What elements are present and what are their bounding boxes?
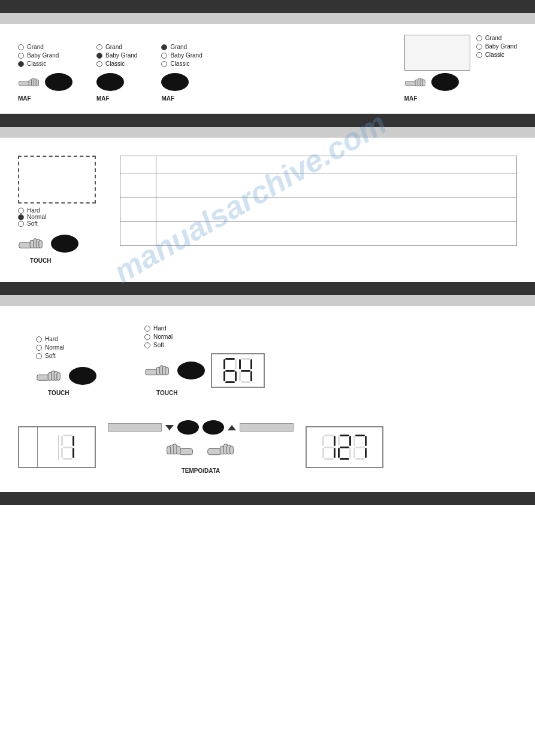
arrow-up-icon xyxy=(228,425,236,430)
maf-button-row-1 xyxy=(18,73,72,91)
radio-normal-t2g2: Normal xyxy=(144,333,173,340)
radio-group-3: Grand Baby Grand Classic xyxy=(161,44,202,67)
digit-4 xyxy=(239,358,252,383)
seg-1l-bot xyxy=(63,458,72,460)
tempo-button-left[interactable] xyxy=(177,420,199,435)
tempo-arrow-up xyxy=(228,425,236,430)
tempo-arrows-row xyxy=(108,420,294,435)
radio-group-1: Grand Baby Grand Classic xyxy=(18,44,59,67)
svg-rect-24 xyxy=(165,368,169,375)
seg-2r-bot xyxy=(340,458,349,460)
table-cell-3-2 xyxy=(156,198,517,222)
seg-6-mid xyxy=(225,370,235,372)
digit-2-r xyxy=(338,435,351,460)
maf-group-1: Grand Baby Grand Classic xyxy=(18,44,72,102)
radio-soft-t2g1: Soft xyxy=(36,353,64,359)
seg-1r-br xyxy=(334,448,335,458)
table-cell-1-2 xyxy=(156,156,517,174)
radio-grand-2: Grand xyxy=(96,44,137,50)
maf-button-row-3 xyxy=(161,73,189,91)
seg-7r-bl xyxy=(353,448,355,458)
radio-grand-4: Grand xyxy=(476,35,517,41)
digit-display-64 xyxy=(211,353,265,388)
maf-button-3[interactable] xyxy=(161,73,189,91)
radio-circle-grand-1 xyxy=(18,44,24,50)
seg-4-tl xyxy=(239,359,241,369)
touch2-button2[interactable] xyxy=(177,362,205,379)
hand-icon-4 xyxy=(404,73,431,91)
touch2-button-display-row xyxy=(144,353,265,388)
seg-1r-mid xyxy=(324,447,334,448)
touch-section: Hard Normal Soft xyxy=(0,150,535,270)
maf-section: Grand Baby Grand Classic xyxy=(0,24,535,108)
seg-6-top xyxy=(225,358,235,360)
radio-grand-3: Grand xyxy=(161,44,202,50)
radio-circle-classic-3 xyxy=(161,61,167,67)
radio-babygrand-3: Baby Grand xyxy=(161,52,202,59)
seg-4-bot xyxy=(241,381,250,383)
radio-circle-babygrand-3 xyxy=(161,53,167,59)
digit-1-l xyxy=(61,435,74,460)
maf-label-3: MAF xyxy=(161,95,174,102)
svg-rect-10 xyxy=(19,242,31,248)
seg-4-tr xyxy=(250,359,252,369)
touch2-radio-group1: Hard Normal Soft xyxy=(36,336,64,359)
touch-label: TOUCH xyxy=(18,257,51,264)
touch-hand-icon xyxy=(18,232,51,256)
radio-classic-1: Classic xyxy=(18,60,59,67)
touch2-label2: TOUCH xyxy=(144,390,177,396)
seg-4-br xyxy=(250,371,252,381)
svg-rect-4 xyxy=(36,80,39,86)
tempo-button-right[interactable] xyxy=(202,420,224,435)
seg-1r-top xyxy=(324,435,334,436)
maf-group-4: Grand Baby Grand Classic xyxy=(404,35,517,102)
radio-label-babygrand-1: Baby Grand xyxy=(27,52,59,59)
radio-circle-hard-t2g1 xyxy=(36,336,42,342)
radio-normal-touch: Normal xyxy=(18,214,46,220)
radio-label-classic-1: Classic xyxy=(27,60,46,67)
seg-6-bl xyxy=(223,371,225,381)
seg-1r-bl xyxy=(322,448,324,458)
seg-1r-tl xyxy=(322,436,324,446)
touch-table xyxy=(120,156,517,246)
digit-7-r xyxy=(353,435,367,460)
table-cell-2-2 xyxy=(156,174,517,198)
radio-circle-grand-2 xyxy=(96,44,102,50)
maf-button-4[interactable] xyxy=(431,73,459,91)
tempo-bar-left xyxy=(108,423,162,432)
tempo-display-left xyxy=(18,426,96,468)
radio-label-normal-t2g2: Normal xyxy=(153,333,173,340)
radio-circle-babygrand-1 xyxy=(18,53,24,59)
touch2-button-row2 xyxy=(144,359,205,382)
maf-button-1[interactable] xyxy=(45,73,72,91)
table-row-3 xyxy=(120,198,517,222)
maf-button-2[interactable] xyxy=(96,73,124,91)
dashed-box xyxy=(18,156,96,204)
radio-label-classic-3: Classic xyxy=(170,60,189,67)
tempo-row: TEMPO/DATA xyxy=(0,420,535,474)
seg-6-bot xyxy=(225,381,235,383)
maf-label-2: MAF xyxy=(96,95,110,102)
radio-circle-soft-touch xyxy=(18,221,24,227)
digit-blank-l xyxy=(43,435,56,460)
table-row-4 xyxy=(120,222,517,246)
radio-label-classic-2: Classic xyxy=(105,60,125,67)
radio-circle-hard-touch xyxy=(18,208,24,214)
seg-1r-tr xyxy=(334,436,335,446)
radio-normal-t2g1: Normal xyxy=(36,344,64,351)
radio-circle-soft-t2g1 xyxy=(36,353,42,359)
seg-7r-bot xyxy=(355,458,365,460)
touch2-button1[interactable] xyxy=(69,367,96,385)
tempo-controls: TEMPO/DATA xyxy=(108,420,294,474)
tempo-bar-right xyxy=(240,423,294,432)
seg-6-br xyxy=(235,371,237,381)
radio-circle-normal-touch xyxy=(18,214,24,220)
svg-rect-29 xyxy=(167,446,171,454)
seg-2r-mid xyxy=(340,447,349,448)
touch-radio-group: Hard Normal Soft xyxy=(18,207,46,227)
radio-label-normal-t2g1: Normal xyxy=(45,344,64,351)
touch-button[interactable] xyxy=(51,235,78,253)
tempo-label: TEMPO/DATA xyxy=(182,467,220,474)
digit-1-r xyxy=(322,435,335,460)
radio-babygrand-1: Baby Grand xyxy=(18,52,59,59)
